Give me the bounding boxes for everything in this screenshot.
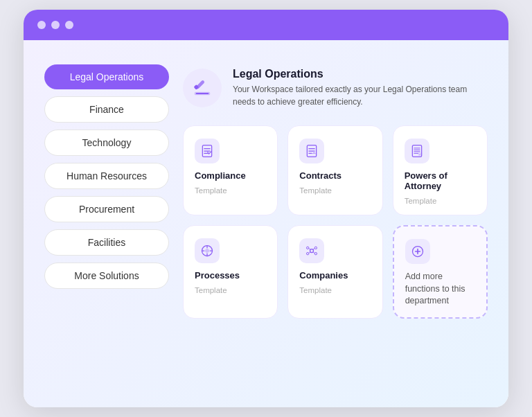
add-more-title: Add more functions to this department [405, 271, 475, 308]
sidebar-item-technology[interactable]: Technology [44, 130, 169, 156]
processes-subtitle: Template [195, 286, 266, 294]
add-more-icon [405, 239, 430, 264]
browser-dot-1 [37, 21, 46, 29]
contracts-icon [299, 139, 324, 163]
svg-line-31 [313, 249, 315, 250]
svg-point-26 [307, 247, 309, 249]
card-contracts[interactable]: Contracts Template [287, 125, 382, 215]
contracts-title: Contracts [299, 170, 371, 181]
svg-point-27 [314, 247, 317, 249]
dept-header: Legal Operations Your Workspace tailored… [183, 61, 488, 112]
browser-window: Legal Operations Finance Technology Huma… [24, 10, 508, 407]
browser-dot-3 [65, 21, 73, 29]
dept-icon [183, 69, 222, 107]
powers-title: Powers of Attorney [405, 170, 476, 191]
compliance-title: Compliance [195, 170, 266, 181]
sidebar-item-finance[interactable]: Finance [44, 96, 169, 123]
legal-icon [192, 78, 213, 98]
card-companies[interactable]: Companies Template [287, 225, 382, 319]
sidebar-item-procurement[interactable]: Procurement [44, 196, 169, 222]
cards-grid: Compliance Template Contracts [183, 125, 488, 319]
browser-bar [24, 10, 508, 40]
svg-line-33 [313, 252, 315, 254]
dept-title: Legal Operations [233, 68, 468, 80]
sidebar-item-facilities[interactable]: Facilities [44, 229, 169, 256]
processes-icon [195, 238, 220, 263]
dept-header-text: Legal Operations Your Workspace tailored… [233, 68, 468, 108]
card-processes[interactable]: Processes Template [183, 225, 278, 319]
sidebar: Legal Operations Finance Technology Huma… [44, 61, 169, 387]
svg-point-20 [206, 249, 209, 253]
browser-dot-2 [51, 21, 60, 29]
dept-description: Your Workspace tailored exactly as your … [233, 83, 468, 108]
companies-subtitle: Template [299, 286, 371, 294]
svg-text:✓: ✓ [419, 153, 421, 156]
contracts-subtitle: Template [299, 186, 371, 195]
sidebar-item-more-solutions[interactable]: More Solutions [44, 263, 169, 289]
svg-line-32 [309, 252, 311, 254]
svg-point-29 [314, 253, 317, 255]
companies-title: Companies [299, 270, 371, 281]
card-add-more[interactable]: Add more functions to this department [393, 225, 488, 319]
companies-icon [299, 238, 324, 263]
compliance-icon [195, 139, 220, 163]
processes-title: Processes [195, 270, 266, 281]
sidebar-item-legal-operations[interactable]: Legal Operations [44, 64, 169, 89]
svg-point-28 [307, 253, 309, 255]
svg-rect-1 [196, 93, 209, 94]
compliance-subtitle: Template [195, 186, 266, 195]
card-powers-of-attorney[interactable]: ✓ Powers of Attorney Template [393, 125, 488, 215]
browser-content: Legal Operations Finance Technology Huma… [24, 40, 508, 407]
powers-subtitle: Template [405, 197, 476, 205]
card-compliance[interactable]: Compliance Template [183, 125, 278, 215]
sidebar-item-human-resources[interactable]: Human Resources [44, 163, 169, 189]
powers-icon: ✓ [405, 139, 429, 163]
svg-line-30 [309, 249, 311, 250]
main-content: Legal Operations Your Workspace tailored… [183, 61, 488, 387]
